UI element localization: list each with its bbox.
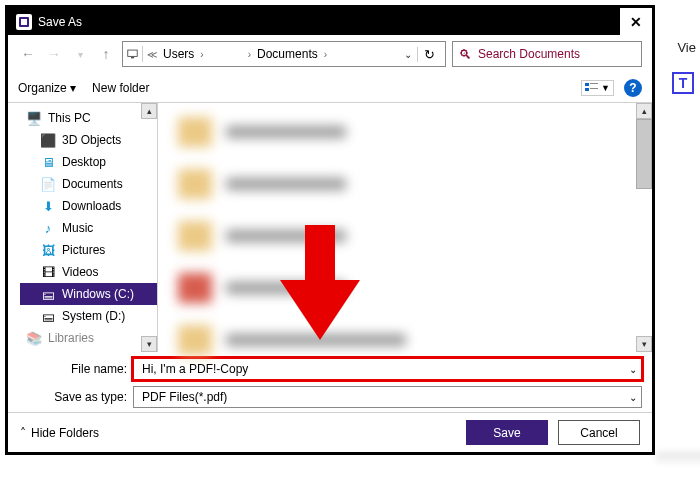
pictures-icon: 🖼 (40, 242, 56, 258)
tree-3d-objects[interactable]: ⬛3D Objects (20, 129, 157, 151)
tree-libraries[interactable]: 📚Libraries (20, 327, 157, 349)
list-scroll-down[interactable]: ▾ (636, 336, 652, 352)
address-dropdown[interactable]: ⌄ (401, 49, 415, 60)
host-menu-fragment: Vie (677, 40, 696, 55)
up-button[interactable]: ↑ (96, 44, 116, 64)
search-input[interactable]: 🔍︎ Search Documents (452, 41, 642, 67)
tree-music[interactable]: ♪Music (20, 217, 157, 239)
libraries-icon: 📚 (26, 330, 42, 346)
view-options-button[interactable]: ▼ (581, 80, 614, 96)
svg-rect-6 (585, 88, 589, 91)
tree-documents[interactable]: 📄Documents (20, 173, 157, 195)
tree-drive-d[interactable]: 🖴System (D:) (20, 305, 157, 327)
cancel-button[interactable]: Cancel (558, 420, 640, 445)
file-list[interactable]: ▴ ▾ (158, 103, 652, 352)
background-app: Vie T (664, 0, 700, 503)
forward-button[interactable]: → (44, 44, 64, 64)
objects-icon: ⬛ (40, 132, 56, 148)
save-form: File name: Hi, I'm a PDF!-Copy ⌄ Save as… (8, 352, 652, 408)
tree-this-pc[interactable]: 🖥️This PC (20, 107, 157, 129)
pc-icon: 🖥️ (26, 110, 42, 126)
filename-value: Hi, I'm a PDF!-Copy (142, 362, 248, 376)
titlebar: Save As ✕ (8, 8, 652, 35)
back-button[interactable]: ← (18, 44, 38, 64)
filetype-dropdown[interactable]: ⌄ (629, 392, 637, 403)
downloads-icon: ⬇ (40, 198, 56, 214)
desktop-icon: 🖥 (40, 154, 56, 170)
chevron-right-icon: › (324, 49, 327, 60)
svg-rect-4 (585, 83, 589, 86)
list-scroll-thumb[interactable] (636, 119, 652, 189)
tree-desktop[interactable]: 🖥Desktop (20, 151, 157, 173)
save-as-dialog: Save As ✕ ← → ▾ ↑ ≪ Users › › Documents … (5, 5, 655, 455)
svg-rect-3 (131, 57, 134, 58)
recent-locations-dropdown[interactable]: ▾ (70, 44, 90, 64)
filetype-select[interactable]: PDF Files(*.pdf) ⌄ (133, 386, 642, 408)
breadcrumb-users[interactable]: Users (159, 47, 198, 61)
svg-rect-1 (21, 19, 27, 25)
breadcrumb-root-chevron[interactable]: ≪ (147, 49, 157, 60)
music-icon: ♪ (40, 220, 56, 236)
dialog-title: Save As (38, 15, 620, 29)
videos-icon: 🎞 (40, 264, 56, 280)
refresh-button[interactable]: ↻ (417, 47, 441, 62)
filename-input[interactable]: Hi, I'm a PDF!-Copy ⌄ (133, 358, 642, 380)
close-button[interactable]: ✕ (620, 8, 652, 35)
drive-icon: 🖴 (40, 308, 56, 324)
command-toolbar: Organize ▾ New folder ▼ ? (8, 73, 652, 103)
tree-downloads[interactable]: ⬇Downloads (20, 195, 157, 217)
nav-toolbar: ← → ▾ ↑ ≪ Users › › Documents › ⌄ ↻ 🔍︎ S… (8, 35, 652, 73)
filename-label: File name: (18, 362, 133, 376)
dialog-shadow (656, 452, 700, 466)
tree-pictures[interactable]: 🖼Pictures (20, 239, 157, 261)
address-bar[interactable]: ≪ Users › › Documents › ⌄ ↻ (122, 41, 446, 67)
breadcrumb-documents[interactable]: Documents (253, 47, 322, 61)
tree-videos[interactable]: 🎞Videos (20, 261, 157, 283)
dialog-footer: ˄ Hide Folders Save Cancel (8, 412, 652, 452)
filetype-value: PDF Files(*.pdf) (142, 390, 227, 404)
save-button[interactable]: Save (466, 420, 548, 445)
svg-rect-2 (128, 50, 137, 56)
chevron-up-icon: ˄ (20, 426, 26, 440)
hide-folders-toggle[interactable]: ˄ Hide Folders (20, 426, 99, 440)
filetype-label: Save as type: (18, 390, 133, 404)
text-tool-icon[interactable]: T (672, 72, 694, 94)
file-list-blurred (158, 103, 652, 352)
search-placeholder: Search Documents (478, 47, 580, 61)
drive-icon: 🖴 (40, 286, 56, 302)
app-icon (16, 14, 32, 30)
svg-rect-5 (590, 83, 598, 84)
nav-tree: ▴ 🖥️This PC ⬛3D Objects 🖥Desktop 📄Docume… (8, 103, 158, 352)
tree-drive-c[interactable]: 🖴Windows (C:) (20, 283, 157, 305)
new-folder-button[interactable]: New folder (92, 81, 149, 95)
search-icon: 🔍︎ (459, 47, 472, 62)
pc-icon (127, 46, 143, 62)
filename-dropdown[interactable]: ⌄ (629, 364, 637, 375)
tree-scroll-up[interactable]: ▴ (141, 103, 157, 119)
help-button[interactable]: ? (624, 79, 642, 97)
svg-rect-7 (590, 88, 598, 89)
chevron-right-icon: › (200, 49, 203, 60)
chevron-right-icon: › (248, 49, 251, 60)
dialog-body: ▴ 🖥️This PC ⬛3D Objects 🖥Desktop 📄Docume… (8, 103, 652, 352)
list-scroll-up[interactable]: ▴ (636, 103, 652, 119)
tree-scroll-down[interactable]: ▾ (141, 336, 157, 352)
documents-icon: 📄 (40, 176, 56, 192)
organize-menu[interactable]: Organize ▾ (18, 81, 76, 95)
